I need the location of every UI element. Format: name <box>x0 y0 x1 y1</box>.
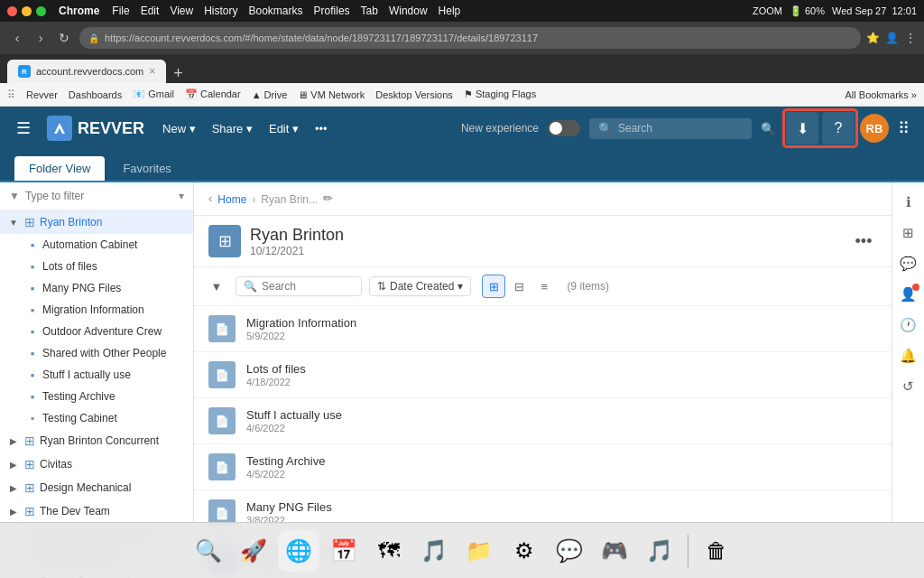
dock-calendar[interactable]: 📅 <box>323 530 365 572</box>
apps-grid-button[interactable]: ⠿ <box>894 115 913 142</box>
close-dot[interactable] <box>7 6 17 16</box>
content-search-input[interactable] <box>262 280 352 293</box>
folder-more-button[interactable]: ••• <box>850 228 877 255</box>
right-chat-button[interactable]: 💬 <box>896 251 921 276</box>
active-browser-tab[interactable]: R account.revverdocs.com × <box>7 60 166 83</box>
content-search-bar[interactable]: 🔍 <box>236 276 362 296</box>
window-controls[interactable] <box>7 6 46 16</box>
menu-view[interactable]: View <box>170 5 193 17</box>
user-avatar[interactable]: RB <box>860 114 889 143</box>
profile-icon[interactable]: 👤 <box>885 32 899 44</box>
view-list-button[interactable]: ≡ <box>532 275 556 298</box>
app-search-bar[interactable]: 🔍 <box>589 118 752 139</box>
mac-menu-items[interactable]: File Edit View History Bookmarks Profile… <box>112 5 460 17</box>
bookmark-calendar[interactable]: 📅 Calendar <box>185 89 241 100</box>
view-small-grid-button[interactable]: ⊟ <box>507 275 531 298</box>
right-table-button[interactable]: ⊞ <box>896 220 921 246</box>
filter-button[interactable]: ▼ <box>205 275 228 298</box>
bookmark-vm-network[interactable]: 🖥 VM Network <box>298 89 365 100</box>
header-nav[interactable]: New ▾ Share ▾ Edit ▾ ••• <box>155 118 335 139</box>
dock-music[interactable]: 🎵 <box>413 530 455 572</box>
menu-window[interactable]: Window <box>389 5 428 17</box>
menu-help[interactable]: Help <box>439 5 461 17</box>
menu-edit[interactable]: Edit <box>141 5 160 17</box>
menu-bookmarks[interactable]: Bookmarks <box>249 5 303 17</box>
minimize-dot[interactable] <box>22 6 32 16</box>
tab-favorites[interactable]: Favorites <box>108 156 185 181</box>
sidebar-item-automation-cabinet[interactable]: ▪ Automation Cabinet <box>0 234 193 256</box>
tab-close-button[interactable]: × <box>149 65 155 78</box>
help-button[interactable]: ? <box>822 112 855 144</box>
back-button[interactable]: ‹ <box>7 28 27 48</box>
sidebar-item-testing-cabinet[interactable]: ▪ Testing Cabinet <box>0 407 193 429</box>
more-options-icon[interactable]: ⋮ <box>904 31 917 45</box>
sidebar-item-migration-information[interactable]: ▪ Migration Information <box>0 299 193 321</box>
share-button[interactable]: Share ▾ <box>205 118 260 139</box>
right-person-button[interactable]: 👤 <box>896 282 921 307</box>
sidebar-item-testing-archive[interactable]: ▪ Testing Archive <box>0 386 193 407</box>
sidebar-item-dev-team[interactable]: ▶ ⊞ The Dev Team <box>0 499 193 523</box>
menu-file[interactable]: File <box>112 5 129 17</box>
right-info-button[interactable]: ℹ <box>896 190 921 215</box>
dock-finder[interactable]: 🔍 <box>188 530 229 572</box>
dock-spotify[interactable]: 🎵 <box>639 530 680 572</box>
sidebar-item-design-mechanical[interactable]: ▶ ⊞ Design Mechanical <box>0 476 193 499</box>
search-count-badge[interactable]: 🔍 <box>761 122 775 135</box>
sidebar-item-civitas[interactable]: ▶ ⊞ Civitas <box>0 452 193 476</box>
menu-tab[interactable]: Tab <box>361 5 378 17</box>
reload-button[interactable]: ↻ <box>54 28 74 48</box>
edit-breadcrumb-icon[interactable]: ✏ <box>323 191 333 205</box>
dock-settings[interactable]: ⚙ <box>504 530 545 572</box>
maximize-dot[interactable] <box>36 6 46 16</box>
all-bookmarks-button[interactable]: All Bookmarks » <box>845 89 917 100</box>
sidebar-item-outdoor-adventure[interactable]: ▪ Outdoor Adventure Crew <box>0 321 193 342</box>
file-item[interactable]: 📄 Stuff I actually use 4/6/2022 <box>194 398 892 444</box>
forward-button[interactable]: › <box>31 28 51 48</box>
bookmark-dashboards[interactable]: Dashboards <box>69 89 122 100</box>
file-item[interactable]: 📄 Lots of files 4/18/2022 <box>194 352 892 398</box>
sidebar-item-stuff-i-use[interactable]: ▪ Stuff I actually use <box>0 364 193 386</box>
search-input[interactable] <box>618 122 735 135</box>
dock-chrome[interactable]: 🌐 <box>278 530 319 572</box>
browser-nav-buttons[interactable]: ‹ › ↻ <box>7 28 74 48</box>
bookmark-desktop-versions[interactable]: Desktop Versions <box>375 89 453 100</box>
hamburger-menu-button[interactable]: ☰ <box>11 118 36 138</box>
sidebar-item-many-png-files[interactable]: ▪ Many PNG Files <box>0 277 193 299</box>
sort-button[interactable]: ⇅ Date Created ▾ <box>369 276 471 296</box>
dock-maps[interactable]: 🗺 <box>368 530 410 572</box>
sidebar-item-ryan-brinton[interactable]: ▼ ⊞ Ryan Brinton <box>0 210 193 234</box>
right-bell-button[interactable]: 🔔 <box>896 343 921 368</box>
dock-discord[interactable]: 🎮 <box>594 530 635 572</box>
breadcrumb-home[interactable]: Home <box>217 193 246 206</box>
more-header-button[interactable]: ••• <box>308 118 335 139</box>
bookmark-drive[interactable]: ▲ Drive <box>252 89 288 100</box>
menu-history[interactable]: History <box>204 5 237 17</box>
address-bar[interactable]: 🔒 https://account.revverdocs.com/#/home/… <box>79 27 861 49</box>
bookmark-gmail[interactable]: 📧 Gmail <box>133 89 174 100</box>
right-clock-button[interactable]: ↺ <box>896 374 921 399</box>
bookmark-revver[interactable]: Revver <box>26 89 58 100</box>
tab-folder-view[interactable]: Folder View <box>14 156 105 181</box>
dock-files[interactable]: 📁 <box>458 530 500 572</box>
download-button[interactable]: ⬇ <box>786 112 818 144</box>
back-nav-icon[interactable]: ‹ <box>208 191 212 205</box>
extension-icon[interactable]: ⭐ <box>866 32 880 44</box>
edit-button[interactable]: Edit ▾ <box>262 118 306 139</box>
new-tab-button[interactable]: + <box>168 64 189 83</box>
dock-launchpad[interactable]: 🚀 <box>233 530 274 572</box>
file-item[interactable]: 📄 Migration Information 5/9/2022 <box>194 306 892 352</box>
view-large-grid-button[interactable]: ⊞ <box>482 275 505 298</box>
sidebar-item-ryan-brinton-concurrent[interactable]: ▶ ⊞ Ryan Brinton Concurrent <box>0 429 193 452</box>
dock-messages[interactable]: 💬 <box>549 530 590 572</box>
right-history-button[interactable]: 🕐 <box>896 312 921 338</box>
breadcrumb[interactable]: Home › Ryan Brin... <box>217 191 318 208</box>
sidebar-filter-input[interactable] <box>25 190 173 202</box>
sidebar-item-shared[interactable]: ▪ Shared with Other People <box>0 342 193 364</box>
bookmark-staging-flags[interactable]: ⚑ Staging Flags <box>464 89 536 100</box>
new-button[interactable]: New ▾ <box>155 118 203 139</box>
new-experience-toggle[interactable] <box>548 120 580 136</box>
filter-dropdown-icon[interactable]: ▾ <box>179 190 184 202</box>
file-item[interactable]: 📄 Testing Archive 4/5/2022 <box>194 444 892 490</box>
menu-profiles[interactable]: Profiles <box>314 5 350 17</box>
dock-trash[interactable]: 🗑 <box>696 530 737 572</box>
